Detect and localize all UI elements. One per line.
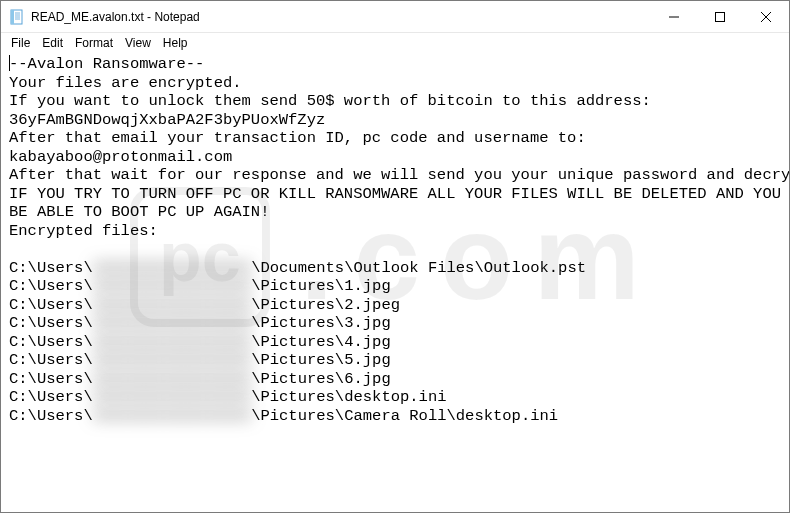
blurred-username: XXXXXXXXXXXXXXXXXX [93,407,251,426]
blurred-username: XXXXXXXXXXXXXXXXXX [93,388,251,407]
blurred-username: XXXXXXXXXXXXXXXXXX [93,333,251,352]
notepad-window: READ_ME.avalon.txt - Notepad File Edit F… [0,0,790,513]
encrypted-file-line: C:\Users\XXXXXXXXXXXXXXXXXX\Pictures\1.j… [9,277,781,296]
svg-rect-1 [11,10,14,24]
titlebar-buttons [651,1,789,32]
encrypted-file-line: C:\Users\XXXXXXXXXXXXXXXXXX\Pictures\4.j… [9,333,781,352]
menu-help[interactable]: Help [157,35,194,51]
notepad-icon [9,9,25,25]
blurred-username: XXXXXXXXXXXXXXXXXX [93,351,251,370]
blurred-username: XXXXXXXXXXXXXXXXXX [93,314,251,333]
menubar: File Edit Format View Help [1,33,789,53]
titlebar: READ_ME.avalon.txt - Notepad [1,1,789,33]
encrypted-file-line: C:\Users\XXXXXXXXXXXXXXXXXX\Pictures\5.j… [9,351,781,370]
encrypted-file-line: C:\Users\XXXXXXXXXXXXXXXXXX\Pictures\Cam… [9,407,781,426]
encrypted-file-line: C:\Users\XXXXXXXXXXXXXXXXXX\Pictures\6.j… [9,370,781,389]
encrypted-file-line: C:\Users\XXXXXXXXXXXXXXXXXX\Documents\Ou… [9,259,781,278]
blurred-username: XXXXXXXXXXXXXXXXXX [93,296,251,315]
minimize-button[interactable] [651,1,697,32]
menu-edit[interactable]: Edit [36,35,69,51]
close-button[interactable] [743,1,789,32]
maximize-button[interactable] [697,1,743,32]
blurred-username: XXXXXXXXXXXXXXXXXX [93,259,251,278]
blurred-username: XXXXXXXXXXXXXXXXXX [93,370,251,389]
encrypted-file-line: C:\Users\XXXXXXXXXXXXXXXXXX\Pictures\2.j… [9,296,781,315]
encrypted-file-line: C:\Users\XXXXXXXXXXXXXXXXXX\Pictures\3.j… [9,314,781,333]
menu-file[interactable]: File [5,35,36,51]
menu-view[interactable]: View [119,35,157,51]
encrypted-file-line: C:\Users\XXXXXXXXXXXXXXXXXX\Pictures\des… [9,388,781,407]
window-title: READ_ME.avalon.txt - Notepad [31,10,651,24]
text-caret [9,55,10,71]
blurred-username: XXXXXXXXXXXXXXXXXX [93,277,251,296]
text-area[interactable]: --Avalon Ransomware-- Your files are enc… [1,53,789,512]
menu-format[interactable]: Format [69,35,119,51]
svg-rect-7 [716,12,725,21]
